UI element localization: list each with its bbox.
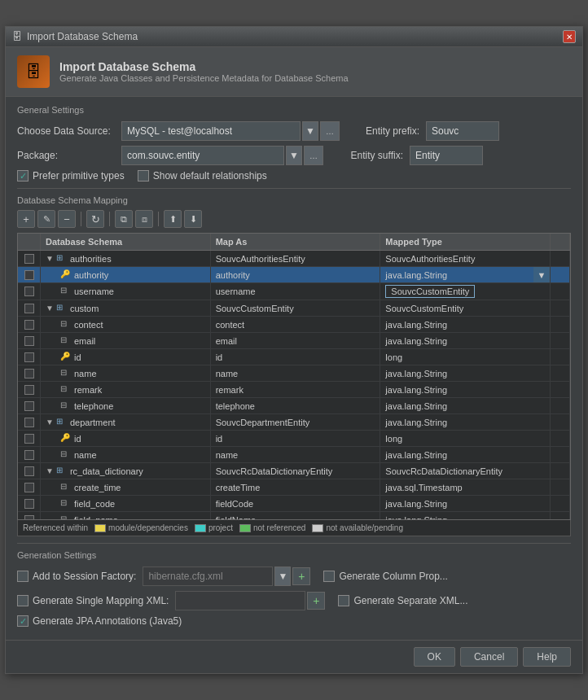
table-row[interactable]: ⊟ name name java.lang.String (18, 365, 570, 382)
row-schema-telephone: ⊟ telephone (41, 398, 211, 413)
options-row: Prefer primitive types Show default rela… (17, 170, 571, 182)
single-mapping-checkbox[interactable] (17, 595, 29, 606)
move-down-button[interactable]: ⬇ (184, 210, 202, 228)
add-session-select-arrow[interactable]: ▼ (274, 567, 291, 586)
row-checkbox-email[interactable] (18, 333, 41, 348)
refresh-button[interactable]: ↻ (86, 210, 104, 228)
table-row[interactable]: ⊟ telephone telephone java.lang.String (18, 398, 570, 414)
datasource-dots[interactable]: … (320, 121, 340, 141)
table-row[interactable]: ▼ ⊞ authorities SouvcAuthoritiesEntity S… (18, 251, 570, 267)
jpa-annotations-checkbox[interactable] (17, 615, 29, 627)
row-type-remark: java.lang.String (380, 382, 551, 397)
row-checkbox-department[interactable] (18, 414, 41, 430)
package-arrow[interactable]: ▼ (286, 146, 302, 165)
close-button[interactable]: ✕ (563, 30, 576, 43)
type-dropdown-btn[interactable]: ▼ (533, 267, 550, 282)
toolbar-separator-1 (81, 212, 81, 226)
datasource-arrow[interactable]: ▼ (302, 121, 318, 141)
table-row[interactable]: ⊟ remark remark java.lang.String (18, 382, 570, 398)
row-checkbox-name-dept[interactable] (18, 447, 41, 462)
row-checkbox-createtime[interactable] (18, 479, 41, 495)
row-schema-username: ⊟ username (41, 283, 211, 300)
th-check (18, 234, 41, 250)
table-row[interactable]: ⊟ field_name fieldName java.lang.String (18, 512, 570, 519)
col-icon: ⊟ (60, 449, 72, 461)
table-row[interactable]: ▼ ⊞ rc_data_dictionary SouvcRcDataDictio… (18, 463, 570, 479)
edit-button[interactable]: ✎ (37, 210, 55, 228)
gen-col-prop-item[interactable]: Generate Column Prop... (323, 571, 447, 582)
gen-col-prop-checkbox[interactable] (323, 571, 335, 582)
row-checkbox-fieldcode[interactable] (18, 496, 41, 511)
add-session-add-button[interactable]: + (292, 567, 310, 585)
row-checkbox-name-custom[interactable] (18, 365, 41, 381)
single-mapping-checkbox-item[interactable]: Generate Single Mapping XML: (17, 595, 169, 606)
add-button[interactable]: + (17, 210, 35, 228)
cancel-button[interactable]: Cancel (460, 647, 518, 667)
row-type-email: java.lang.String (380, 333, 551, 348)
generation-settings-label: Generation Settings (17, 550, 571, 560)
single-mapping-add-button[interactable]: + (307, 592, 325, 610)
separate-xml-checkbox[interactable] (338, 595, 349, 606)
table-row[interactable]: 🔑 id id long (18, 431, 570, 447)
package-value[interactable]: com.souvc.entity (121, 146, 284, 165)
row-checkbox-contect[interactable] (18, 317, 41, 332)
row-checkbox-authority[interactable] (18, 267, 41, 282)
add-session-checkbox-item[interactable]: Add to Session Factory: (17, 571, 136, 582)
show-relationships-item[interactable]: Show default relationships (138, 170, 267, 182)
datasource-select[interactable]: MySQL - test@localhost ▼ … (121, 121, 340, 141)
entity-suffix-input[interactable] (410, 146, 483, 165)
row-checkbox-fieldname[interactable] (18, 512, 41, 519)
table-row[interactable]: ⊟ username username SouvcCustomEntity (18, 283, 570, 300)
table-icon: ⊞ (56, 417, 68, 428)
add-session-checkbox[interactable] (17, 571, 29, 582)
add-session-row: Add to Session Factory: ▼ + Generate Col… (17, 567, 571, 586)
prefer-primitive-checkbox[interactable] (17, 170, 29, 182)
row-checkbox-authorities[interactable] (18, 251, 41, 266)
table-row[interactable]: 🔑 id id long (18, 349, 570, 365)
show-relationships-checkbox[interactable] (138, 170, 149, 182)
single-mapping-input[interactable] (175, 591, 305, 610)
table-row[interactable]: 🔑 authority authority java.lang.String ▼ (18, 267, 570, 283)
add-session-input[interactable] (143, 567, 273, 586)
row-checkbox-custom[interactable] (18, 300, 41, 316)
row-type-name-custom: java.lang.String (380, 365, 551, 381)
prefer-primitive-item[interactable]: Prefer primitive types (17, 170, 125, 182)
row-type-username: SouvcCustomEntity (380, 283, 551, 300)
row-mapas-name-dept: name (211, 447, 381, 462)
table-row[interactable]: ⊟ contect contect java.lang.String (18, 317, 570, 333)
row-extra-contect (551, 317, 570, 332)
remove-button[interactable]: − (58, 210, 76, 228)
legend-label-project: project (208, 523, 233, 532)
copy-button[interactable]: ⧉ (115, 210, 133, 228)
jpa-annotations-item[interactable]: Generate JPA Annotations (Java5) (17, 615, 182, 627)
row-checkbox-id-dept[interactable] (18, 431, 41, 446)
table-row[interactable]: ▼ ⊞ department SouvcDepartmentEntity jav… (18, 414, 570, 431)
row-type-rcdata: SouvcRcDataDictionaryEntity (380, 463, 551, 479)
table-row[interactable]: ▼ ⊞ custom SouvcCustomEntity SouvcCustom… (18, 300, 570, 317)
row-checkbox-remark[interactable] (18, 382, 41, 397)
single-mapping-input-group: + (175, 591, 325, 610)
table-row[interactable]: ⊟ name name java.lang.String (18, 447, 570, 463)
row-type-fieldname: java.lang.String (380, 512, 551, 519)
ok-button[interactable]: OK (414, 647, 455, 667)
entity-prefix-input[interactable] (426, 121, 499, 141)
legend-label-pending: not available/pending (326, 523, 403, 532)
package-select[interactable]: com.souvc.entity ▼ … (121, 146, 323, 165)
table-row[interactable]: ⊟ email email java.lang.String (18, 333, 570, 349)
help-button[interactable]: Help (523, 647, 571, 667)
separate-xml-item[interactable]: Generate Separate XML... (338, 595, 467, 606)
datasource-value[interactable]: MySQL - test@localhost (121, 121, 301, 141)
package-row: Package: com.souvc.entity ▼ … Entity suf… (17, 146, 571, 165)
row-checkbox-username[interactable] (18, 283, 41, 300)
table-row[interactable]: ⊟ field_code fieldCode java.lang.String (18, 496, 570, 512)
package-dots[interactable]: … (304, 146, 323, 165)
move-up-button[interactable]: ⬆ (164, 210, 182, 228)
table-body[interactable]: ▼ ⊞ authorities SouvcAuthoritiesEntity S… (18, 251, 570, 519)
paste-button[interactable]: ⧈ (135, 210, 153, 228)
row-checkbox-telephone[interactable] (18, 398, 41, 413)
entity-suffix-label: Entity suffix: (330, 150, 403, 161)
row-checkbox-id-custom[interactable] (18, 349, 41, 365)
jpa-annotations-label: Generate JPA Annotations (Java5) (33, 615, 182, 627)
table-row[interactable]: ⊟ create_time createTime java.sql.Timest… (18, 479, 570, 496)
row-checkbox-rcdata[interactable] (18, 463, 41, 479)
